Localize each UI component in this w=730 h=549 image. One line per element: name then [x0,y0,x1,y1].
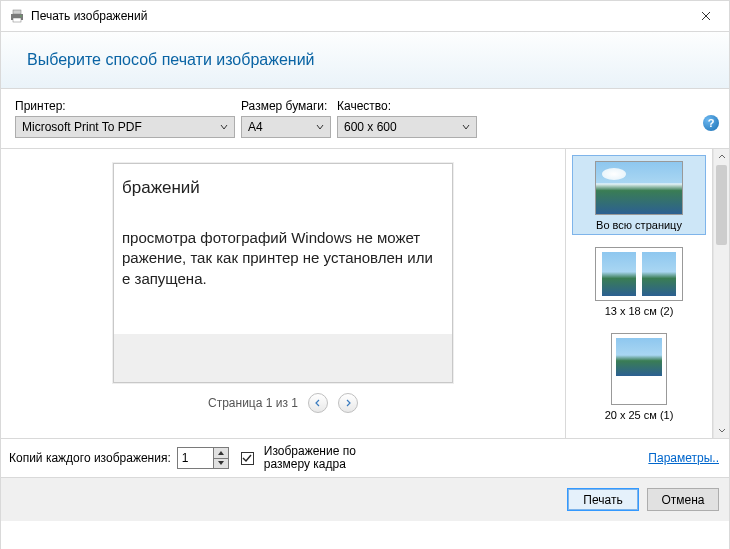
checkmark-icon [242,453,252,463]
layout-options-panel: Во всю страницу 13 x 18 см (2) 20 x 25 с… [565,149,713,438]
quality-value: 600 x 600 [344,120,397,134]
fit-to-frame-checkbox[interactable] [241,452,254,465]
parameters-link[interactable]: Параметры.. [648,451,719,465]
chevron-up-icon [218,451,224,455]
fit-to-frame-label: Изображение поразмеру кадра [264,445,356,471]
page-navigator: Страница 1 из 1 [208,393,358,413]
layout-label: 13 x 18 см (2) [605,305,674,317]
printer-select-value: Microsoft Print To PDF [22,120,142,134]
copies-decrement[interactable] [213,458,229,470]
quality-label: Качество: [337,99,477,113]
close-button[interactable] [683,1,729,31]
svg-point-3 [20,15,22,17]
layout-label: 20 x 25 см (1) [605,409,674,421]
layout-thumbnail [595,161,683,215]
print-button[interactable]: Печать [567,488,639,511]
titlebar: Печать изображений [1,1,729,31]
prev-page-button[interactable] [308,393,328,413]
copies-label: Копий каждого изображения: [9,451,171,465]
cancel-button[interactable]: Отмена [647,488,719,511]
chevron-down-icon [462,123,470,131]
preview-title-fragment: бражений [122,178,444,198]
layout-thumbnail [611,333,667,405]
paper-size-label: Размер бумаги: [241,99,331,113]
paper-size-value: A4 [248,120,263,134]
printer-app-icon [9,8,25,24]
dialog-footer: Печать Отмена [1,477,729,521]
chevron-up-icon [718,153,726,161]
page-indicator: Страница 1 из 1 [208,396,298,410]
preview-body-line: ражение, так как принтер не установлен и… [122,248,444,268]
quality-select[interactable]: 600 x 600 [337,116,477,138]
chevron-down-icon [316,123,324,131]
preview-body-line: е запущена. [122,269,444,289]
preview-page: бражений просмотра фотографий Windows не… [113,163,453,383]
chevron-down-icon [718,426,726,434]
svg-rect-2 [13,18,21,22]
printer-label: Принтер: [15,99,235,113]
next-page-button[interactable] [338,393,358,413]
copies-increment[interactable] [213,447,229,458]
chevron-down-icon [220,123,228,131]
instruction-banner: Выберите способ печати изображений [1,31,729,89]
scroll-thumb[interactable] [716,165,727,245]
scroll-track[interactable] [714,165,729,422]
window-title: Печать изображений [31,9,147,23]
arrow-left-icon [314,399,322,407]
printer-select[interactable]: Microsoft Print To PDF [15,116,235,138]
layout-label: Во всю страницу [596,219,682,231]
svg-rect-1 [13,10,21,14]
layout-20x25[interactable]: 20 x 25 см (1) [572,327,706,425]
scroll-up-button[interactable] [714,149,729,165]
layout-13x18[interactable]: 13 x 18 см (2) [572,241,706,321]
help-icon[interactable]: ? [703,115,719,131]
scroll-down-button[interactable] [714,422,729,438]
paper-size-select[interactable]: A4 [241,116,331,138]
options-row: Копий каждого изображения: Изображение п… [1,439,729,477]
preview-pane: бражений просмотра фотографий Windows не… [1,149,565,438]
layout-thumbnail [595,247,683,301]
main-area: бражений просмотра фотографий Windows не… [1,148,729,438]
copies-input[interactable] [177,447,213,469]
layout-scrollbar[interactable] [713,149,729,438]
print-selectors-row: Принтер: Microsoft Print To PDF Размер б… [1,89,729,148]
copies-spinner[interactable] [177,447,229,469]
chevron-down-icon [218,461,224,465]
arrow-right-icon [344,399,352,407]
preview-body-line: просмотра фотографий Windows не может [122,228,444,248]
instruction-heading: Выберите способ печати изображений [27,51,315,69]
preview-gray-area [114,334,452,382]
layout-full-page[interactable]: Во всю страницу [572,155,706,235]
